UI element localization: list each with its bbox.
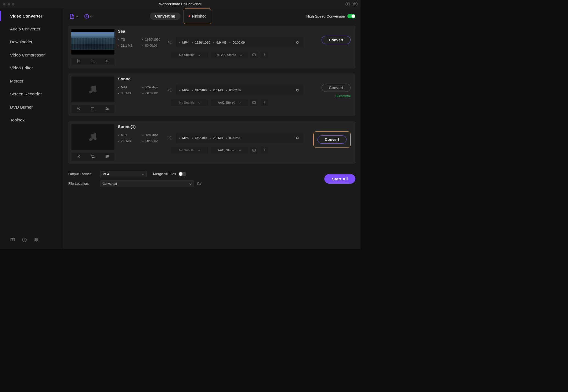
- new-indicator-icon: [189, 15, 190, 17]
- svg-point-4: [36, 238, 38, 240]
- trim-button[interactable]: [77, 107, 81, 111]
- account-icon[interactable]: [345, 2, 350, 7]
- sidebar-item-merger[interactable]: Merger: [0, 75, 63, 87]
- info-button[interactable]: i: [260, 99, 268, 106]
- audio-track-select[interactable]: AAC, Stereo: [211, 147, 248, 154]
- chevron-down-icon: [90, 15, 93, 18]
- trim-button[interactable]: [77, 154, 81, 159]
- status-label: Successful: [335, 94, 350, 98]
- output-settings-button[interactable]: [294, 39, 300, 46]
- svg-rect-12: [253, 54, 255, 56]
- preview-button[interactable]: [250, 99, 258, 106]
- thumbnail[interactable]: [71, 76, 114, 102]
- sidebar-item-dvd-burner[interactable]: DVD Burner: [0, 101, 63, 113]
- tab-converting[interactable]: Converting: [150, 13, 181, 19]
- svg-point-6: [86, 16, 87, 17]
- help-icon[interactable]: [22, 237, 27, 243]
- info-button[interactable]: i: [260, 51, 268, 58]
- file-location-select[interactable]: Converted: [100, 180, 194, 187]
- add-disc-button[interactable]: [83, 13, 93, 19]
- svg-point-26: [107, 156, 108, 157]
- output-settings-button[interactable]: [294, 87, 300, 93]
- info-button[interactable]: i: [260, 147, 268, 154]
- output-format-label: Output Format:: [68, 172, 97, 176]
- media-list: SeaTS1920*108021.1 MB00:00:09MP41920*108…: [63, 24, 361, 167]
- file-name: Sea: [118, 29, 303, 33]
- sidebar-item-screen-recorder[interactable]: Screen Recorder: [0, 87, 63, 100]
- convert-button: Convert: [322, 84, 351, 92]
- chevron-down-icon: [240, 53, 242, 56]
- svg-point-13: [89, 90, 92, 93]
- music-icon: [87, 131, 99, 143]
- crop-button[interactable]: [91, 107, 95, 111]
- add-file-button[interactable]: [68, 13, 79, 19]
- chevron-down-icon: [189, 183, 192, 185]
- merge-all-label: Merge All Files: [153, 172, 176, 176]
- audio-track-select[interactable]: MPA2, Stereo: [211, 51, 248, 58]
- svg-point-19: [106, 109, 107, 110]
- sidebar-item-audio-converter[interactable]: Audio Converter: [0, 22, 63, 35]
- arrow-icon: [167, 135, 172, 141]
- preview-button[interactable]: [250, 51, 258, 58]
- sidebar-item-downloader[interactable]: Downloader: [0, 35, 63, 48]
- sidebar-item-video-converter[interactable]: Video Converter: [0, 9, 63, 22]
- svg-point-3: [35, 238, 36, 240]
- sidebar-item-video-editor[interactable]: Video Editor: [0, 61, 63, 74]
- svg-rect-20: [253, 101, 255, 104]
- source-specs: M4A224 kbps3.5 MB00:02:02: [118, 86, 163, 95]
- preview-button[interactable]: [250, 147, 258, 154]
- toolbar: Converting Finished High Speed Conversio…: [63, 8, 361, 24]
- audio-track-select[interactable]: AAC, Stereo: [211, 99, 248, 106]
- chevron-down-icon: [198, 101, 200, 104]
- effects-button[interactable]: [105, 59, 109, 64]
- svg-point-22: [94, 137, 97, 140]
- sidebar-item-video-compressor[interactable]: Video Compressor: [0, 49, 63, 61]
- svg-point-17: [106, 108, 107, 109]
- svg-point-21: [89, 138, 92, 141]
- file-name: Sonne(1): [118, 124, 303, 129]
- subtitle-select[interactable]: No Subtitle: [171, 99, 208, 106]
- effects-button[interactable]: [105, 154, 109, 159]
- output-specs: MP4640*4802.0 MB00:02:02: [176, 85, 303, 95]
- crop-button[interactable]: [91, 154, 95, 159]
- start-all-button[interactable]: Start All: [324, 174, 356, 183]
- svg-point-27: [106, 157, 107, 158]
- merge-all-toggle[interactable]: [178, 172, 186, 177]
- sidebar-item-toolbox[interactable]: Toolbox: [0, 113, 63, 126]
- bottom-bar: Output Format: MP4 Merge All Files File …: [63, 167, 361, 188]
- convert-button[interactable]: Convert: [322, 36, 351, 44]
- subtitle-select[interactable]: No Subtitle: [171, 147, 208, 154]
- svg-point-14: [94, 90, 97, 92]
- svg-point-0: [347, 3, 348, 4]
- output-specs: MP41920*10809.9 MB00:00:09: [176, 37, 303, 48]
- trim-button[interactable]: [77, 59, 81, 64]
- feedback-icon[interactable]: [353, 2, 358, 7]
- tab-finished-label: Finished: [192, 14, 206, 18]
- crop-button[interactable]: [91, 59, 95, 64]
- manual-icon[interactable]: [10, 237, 15, 243]
- subtitle-select[interactable]: No Subtitle: [171, 51, 208, 58]
- chevron-down-icon: [76, 15, 78, 18]
- output-specs: MP4640*4802.0 MB00:02:02: [176, 132, 303, 143]
- media-card: SonneM4A224 kbps3.5 MB00:02:02MP4640*480…: [68, 73, 355, 116]
- titlebar: Wondershare UniConverter: [0, 0, 361, 8]
- thumbnail[interactable]: [71, 29, 114, 55]
- svg-point-2: [24, 241, 24, 241]
- thumbnail[interactable]: [71, 124, 114, 150]
- output-settings-button[interactable]: [294, 135, 300, 141]
- community-icon[interactable]: [34, 237, 39, 243]
- tab-finished[interactable]: Finished: [184, 8, 211, 24]
- sidebar: Video ConverterAudio ConverterDownloader…: [0, 8, 63, 249]
- arrow-icon: [167, 87, 172, 93]
- output-format-select[interactable]: MP4: [100, 171, 147, 177]
- svg-point-25: [106, 155, 107, 156]
- high-speed-toggle[interactable]: [347, 14, 355, 19]
- source-specs: TS1920*108021.1 MB00:00:09: [118, 38, 163, 47]
- effects-button[interactable]: [105, 107, 109, 111]
- chevron-down-icon: [239, 149, 241, 151]
- svg-point-10: [107, 61, 108, 62]
- media-card: Sonne(1)MP4128 kbps2.0 MB00:02:02MP4640*…: [68, 121, 355, 164]
- open-folder-button[interactable]: [197, 181, 202, 186]
- svg-point-18: [107, 109, 108, 109]
- convert-button[interactable]: Convert: [317, 135, 347, 144]
